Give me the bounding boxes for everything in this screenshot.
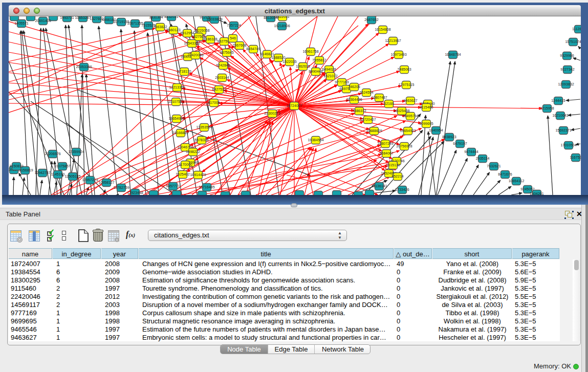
svg-text:9457771: 9457771 xyxy=(166,184,180,188)
svg-text:16961758: 16961758 xyxy=(302,50,318,53)
svg-text:3170000: 3170000 xyxy=(178,163,192,166)
svg-text:8427512: 8427512 xyxy=(212,87,226,91)
svg-text:2687652: 2687652 xyxy=(364,18,378,21)
svg-text:8471676: 8471676 xyxy=(498,172,512,176)
svg-text:12505175: 12505175 xyxy=(64,174,80,178)
svg-text:13353594: 13353594 xyxy=(196,125,212,129)
svg-text:2718170: 2718170 xyxy=(177,70,191,73)
svg-text:9227342: 9227342 xyxy=(560,68,574,71)
svg-text:23300273: 23300273 xyxy=(264,112,280,115)
svg-text:15716485: 15716485 xyxy=(199,185,214,189)
svg-text:15720407: 15720407 xyxy=(360,118,376,121)
svg-text:2935114: 2935114 xyxy=(476,157,490,160)
svg-text:10543362: 10543362 xyxy=(184,41,200,45)
svg-text:16154808: 16154808 xyxy=(375,28,390,31)
svg-text:5578334: 5578334 xyxy=(194,138,208,142)
svg-text:3875645: 3875645 xyxy=(220,51,233,54)
svg-text:7386372: 7386372 xyxy=(352,109,366,113)
svg-text:9474444: 9474444 xyxy=(464,150,478,154)
svg-text:12213363: 12213363 xyxy=(169,85,185,89)
svg-text:16033809: 16033809 xyxy=(206,17,222,21)
svg-text:1145190: 1145190 xyxy=(51,172,65,176)
svg-text:7632621: 7632621 xyxy=(487,164,500,168)
svg-text:17359924: 17359924 xyxy=(68,150,84,154)
svg-text:12093832: 12093832 xyxy=(558,82,574,86)
svg-text:116753: 116753 xyxy=(570,156,581,159)
svg-text:6479197: 6479197 xyxy=(453,142,467,145)
svg-text:1604261: 1604261 xyxy=(530,192,543,195)
svg-text:8938923: 8938923 xyxy=(442,135,456,139)
svg-text:9684067: 9684067 xyxy=(379,151,393,155)
svg-text:1733426: 1733426 xyxy=(395,188,409,191)
svg-text:10782759: 10782759 xyxy=(113,186,129,189)
svg-text:20364436: 20364436 xyxy=(346,98,362,101)
svg-text:19384554: 19384554 xyxy=(308,138,323,142)
svg-text:2603144: 2603144 xyxy=(215,76,229,79)
svg-text:3215958: 3215958 xyxy=(540,106,554,110)
svg-text:20691406: 20691406 xyxy=(35,19,51,23)
svg-text:19218906: 19218906 xyxy=(274,24,290,28)
svg-text:12213967: 12213967 xyxy=(385,39,401,42)
svg-text:1993731: 1993731 xyxy=(60,16,74,19)
svg-text:20053346: 20053346 xyxy=(76,65,92,69)
svg-text:20206576: 20206576 xyxy=(45,152,60,156)
svg-text:12942737: 12942737 xyxy=(34,171,50,174)
svg-text:19654923: 19654923 xyxy=(400,129,416,133)
svg-text:2367608: 2367608 xyxy=(232,43,246,47)
svg-text:1362615: 1362615 xyxy=(296,64,310,68)
svg-text:10653287: 10653287 xyxy=(75,16,91,19)
svg-text:8454749: 8454749 xyxy=(246,47,260,51)
svg-text:9329966: 9329966 xyxy=(560,54,574,57)
svg-text:7485063: 7485063 xyxy=(397,68,411,71)
svg-text:8832031: 8832031 xyxy=(164,16,178,18)
svg-text:8660123: 8660123 xyxy=(166,28,180,32)
svg-text:19375857: 19375857 xyxy=(54,164,70,168)
svg-text:852214: 852214 xyxy=(391,174,403,178)
svg-text:20756928: 20756928 xyxy=(396,144,412,148)
svg-text:1112843: 1112843 xyxy=(572,27,581,31)
svg-text:7663822: 7663822 xyxy=(153,25,167,29)
svg-text:17957223: 17957223 xyxy=(82,178,98,182)
svg-text:6099695: 6099695 xyxy=(419,122,433,125)
svg-text:9115460: 9115460 xyxy=(420,105,433,109)
svg-text:10107553: 10107553 xyxy=(168,100,184,103)
svg-text:10958127: 10958127 xyxy=(98,181,114,184)
svg-text:62160: 62160 xyxy=(384,102,394,105)
svg-text:15751074: 15751074 xyxy=(565,40,581,43)
svg-text:10025438: 10025438 xyxy=(394,109,409,113)
svg-text:10671355: 10671355 xyxy=(127,21,143,25)
svg-text:1640954: 1640954 xyxy=(429,128,443,132)
svg-text:15136141: 15136141 xyxy=(371,184,387,188)
svg-text:16210643: 16210643 xyxy=(552,114,568,117)
svg-text:8822031: 8822031 xyxy=(275,16,289,18)
svg-text:1615132: 1615132 xyxy=(386,163,400,167)
svg-text:2150810: 2150810 xyxy=(9,164,23,168)
svg-text:1498222: 1498222 xyxy=(186,150,200,154)
svg-text:7625402: 7625402 xyxy=(176,172,189,176)
svg-text:7955812: 7955812 xyxy=(312,58,326,62)
svg-text:7357224: 7357224 xyxy=(227,24,241,27)
svg-text:10688609: 10688609 xyxy=(366,129,382,133)
svg-text:17010504: 17010504 xyxy=(560,143,576,147)
svg-text:9242845: 9242845 xyxy=(216,63,230,67)
svg-text:18495794: 18495794 xyxy=(402,114,418,118)
svg-text:1621072: 1621072 xyxy=(323,74,337,78)
svg-text:1244415: 1244415 xyxy=(551,99,565,102)
svg-text:9245052: 9245052 xyxy=(520,187,534,191)
svg-text:17975115: 17975115 xyxy=(399,83,415,86)
svg-text:8912954: 8912954 xyxy=(180,31,194,35)
svg-text:1588520: 1588520 xyxy=(271,56,285,59)
svg-text:746206: 746206 xyxy=(348,85,360,89)
svg-text:1522035: 1522035 xyxy=(282,60,296,63)
svg-text:1831304: 1831304 xyxy=(149,16,163,19)
svg-text:9463627: 9463627 xyxy=(403,99,417,102)
svg-text:10807487: 10807487 xyxy=(371,96,387,99)
svg-text:3624554: 3624554 xyxy=(359,91,373,94)
svg-text:18807249: 18807249 xyxy=(377,142,393,145)
svg-text:16848784: 16848784 xyxy=(445,53,461,56)
svg-text:10654112: 10654112 xyxy=(509,179,525,183)
svg-text:15692371: 15692371 xyxy=(555,128,571,132)
svg-text:18724007: 18724007 xyxy=(286,104,302,107)
svg-text:6494028: 6494028 xyxy=(322,68,336,71)
svg-text:16914479: 16914479 xyxy=(190,173,206,177)
